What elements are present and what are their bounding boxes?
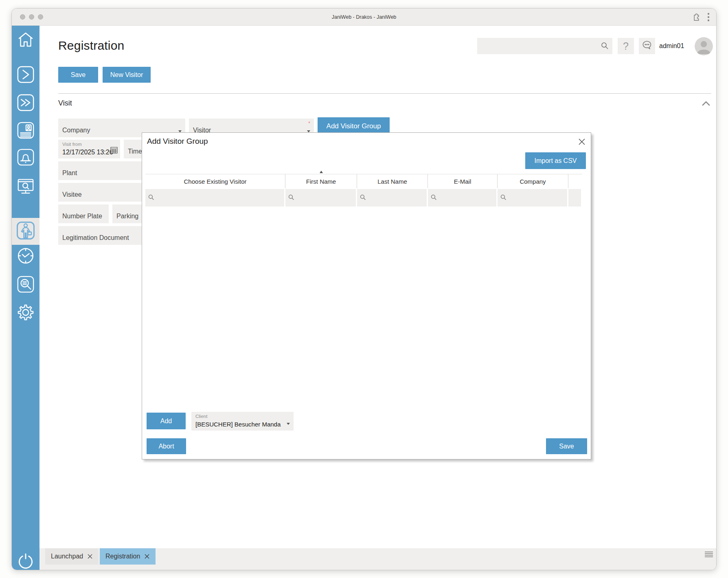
column-header-first-name[interactable]: First Name	[285, 174, 357, 188]
plant-field-label: Plant	[62, 169, 77, 177]
company-field-label: Company	[62, 127, 90, 134]
chevron-right-icon	[16, 65, 35, 86]
parking-field-label: Parking	[116, 213, 138, 220]
question-mark-icon: ?	[623, 40, 629, 52]
legitimation-document-field-label: Legitimation Document	[62, 234, 129, 242]
number-plate-field-label: Number Plate	[62, 213, 102, 220]
sidebar-item-id-card[interactable]	[12, 122, 39, 141]
filter-last-name[interactable]	[357, 189, 427, 207]
visit-from-value: 12/17/2025 13:26	[62, 149, 113, 156]
search-icon[interactable]	[601, 42, 609, 51]
visit-from-field[interactable]: Visit from 12/17/2025 13:26	[58, 140, 120, 158]
add-row-button[interactable]: Add	[147, 413, 186, 429]
home-icon	[16, 30, 35, 51]
required-asterisk: *	[308, 120, 310, 126]
global-search-input[interactable]	[481, 38, 597, 54]
filter-choose-existing-visitor[interactable]	[145, 189, 284, 207]
column-header-choose-existing-visitor[interactable]: Choose Existing Visitor	[145, 174, 285, 188]
gear-icon	[16, 303, 35, 323]
add-visitor-group-modal: Add Visitor Group Import as CSV Choose E…	[142, 132, 591, 459]
sidebar-item-record-search[interactable]	[12, 276, 39, 294]
modal-title: Add Visitor Group	[147, 137, 208, 146]
visit-section-title: Visit	[58, 99, 72, 108]
import-csv-button[interactable]: Import as CSV	[525, 152, 586, 169]
filter-email[interactable]	[428, 189, 496, 207]
tab-bar-grip-icon[interactable]	[705, 552, 713, 557]
tab-registration-label: Registration	[105, 553, 140, 560]
close-tab-icon[interactable]	[87, 554, 93, 559]
avatar[interactable]	[695, 37, 713, 55]
section-divider	[58, 93, 711, 94]
modal-save-button[interactable]: Save	[546, 438, 587, 454]
sidebar-item-screen-search[interactable]	[12, 178, 39, 196]
visitee-field-label: Visitee	[62, 191, 82, 198]
sidebar-item-time[interactable]	[12, 247, 39, 266]
app-window: JaniWeb - Drakos - JaniWeb	[11, 8, 717, 570]
column-header-last-name[interactable]: Last Name	[357, 174, 428, 188]
screen-search-icon	[16, 177, 35, 197]
sidebar-item-settings[interactable]	[12, 304, 39, 323]
window-title: JaniWeb - Drakos - JaniWeb	[12, 9, 716, 26]
client-label: Client	[195, 414, 207, 419]
column-header-email[interactable]: E-Mail	[428, 174, 498, 188]
time-field-label: Time	[128, 148, 142, 155]
sort-ascending-icon	[320, 171, 323, 173]
help-button[interactable]: ?	[618, 38, 634, 54]
collapse-section-icon[interactable]	[702, 101, 710, 108]
close-icon[interactable]	[578, 138, 586, 146]
filter-actions	[568, 189, 581, 207]
chat-bubble-icon	[642, 40, 652, 52]
sidebar-item-fast-forward[interactable]	[12, 94, 39, 113]
chevron-down-icon	[287, 423, 290, 425]
filter-first-name[interactable]	[285, 189, 356, 207]
visitor-icon	[16, 221, 35, 242]
id-card-icon	[16, 121, 35, 141]
column-header-company[interactable]: Company	[498, 174, 568, 188]
titlebar: JaniWeb - Drakos - JaniWeb	[12, 9, 716, 26]
menu-kebab-icon[interactable]	[707, 12, 710, 22]
tab-launchpad[interactable]: Launchpad	[45, 548, 99, 565]
close-tab-icon[interactable]	[144, 554, 150, 559]
sidebar	[12, 26, 39, 570]
tab-launchpad-label: Launchpad	[51, 553, 83, 560]
abort-button[interactable]: Abort	[147, 438, 186, 454]
filter-company[interactable]	[498, 189, 567, 207]
table-filter-row	[145, 189, 581, 207]
tab-registration[interactable]: Registration	[100, 548, 156, 565]
sidebar-item-logout[interactable]	[12, 553, 39, 570]
bell-icon	[16, 148, 35, 168]
page-title: Registration	[58, 39, 124, 53]
save-button[interactable]: Save	[58, 67, 98, 83]
global-search	[477, 38, 612, 54]
number-plate-field[interactable]: Number Plate	[58, 204, 109, 223]
double-chevron-right-icon	[16, 93, 35, 114]
client-value: [BESUCHER] Besucher Manda	[195, 421, 281, 428]
sidebar-item-forward[interactable]	[12, 66, 39, 85]
new-visitor-button[interactable]: New Visitor	[103, 67, 151, 83]
document-search-icon	[16, 275, 35, 295]
calendar-icon[interactable]	[110, 146, 118, 155]
clock-icon	[16, 246, 35, 267]
extensions-icon[interactable]	[691, 13, 701, 22]
tab-bar: Launchpad Registration	[39, 548, 716, 570]
sidebar-item-visitor-registration[interactable]	[12, 218, 39, 245]
column-header-actions	[568, 174, 582, 188]
table-header-row: Choose Existing Visitor First Name Last …	[145, 174, 582, 188]
sidebar-item-home[interactable]	[12, 31, 39, 50]
visit-from-label: Visit from	[62, 142, 82, 147]
username: admin01	[659, 38, 684, 54]
power-icon	[16, 552, 35, 570]
client-dropdown[interactable]: Client [BESUCHER] Besucher Manda	[191, 412, 294, 431]
sidebar-item-notifications[interactable]	[12, 149, 39, 167]
chat-button[interactable]	[639, 38, 655, 54]
